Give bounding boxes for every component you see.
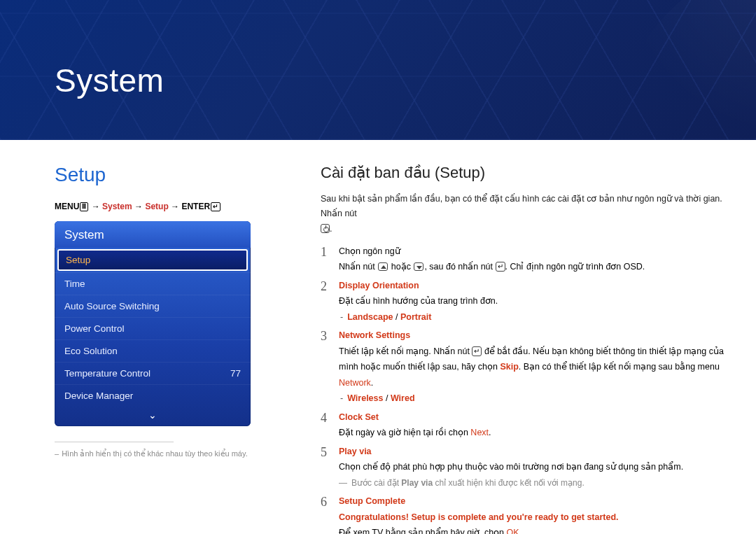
nav-arrow-2: →: [132, 202, 146, 211]
step-body: Setup Complete Congratulations! Setup is…: [339, 493, 736, 534]
step-4: 4 Clock Set Đặt ngày và giờ hiện tại rồi…: [321, 409, 736, 441]
step-1: 1 Chọn ngôn ngữ Nhấn nút hoặc , sau đó n…: [321, 244, 736, 275]
sub-heading: Cài đặt ban đầu (Setup): [321, 164, 736, 182]
step-3-tail: .: [371, 378, 373, 388]
nav-enter-label: ENTER: [181, 202, 210, 211]
osd-item-label: Auto Source Switching: [64, 301, 160, 311]
step-4-title: Clock Set: [339, 412, 379, 422]
step-number: 6: [321, 493, 339, 534]
nav-arrow-1: →: [89, 202, 102, 211]
opt-wireless: Wireless: [347, 393, 383, 403]
step-5-note-post: chỉ xuất hiện khi được kết nối với mạng.: [433, 478, 584, 488]
step-body: Clock Set Đặt ngày và giờ hiện tại rồi c…: [339, 409, 736, 441]
left-note-text: Hình ảnh hiển thị có thể khác nhau tùy t…: [62, 449, 248, 458]
step-body: Chọn ngôn ngữ Nhấn nút hoặc , sau đó nhấ…: [339, 244, 736, 275]
page: System Setup MENUⅢ → System → Setup → EN…: [0, 0, 756, 534]
enter-icon: ↵: [472, 346, 482, 356]
steps-list: 1 Chọn ngôn ngữ Nhấn nút hoặc , sau đó n…: [321, 244, 736, 534]
nav-arrow-3: →: [169, 202, 182, 211]
step-body: Display Orientation Đặt cấu hình hướng c…: [339, 278, 736, 325]
menu-glyph-icon: Ⅲ: [80, 202, 88, 211]
nav-path: MENUⅢ → System → Setup → ENTER↵: [55, 202, 293, 211]
osd-item-label: Temperature Control: [64, 368, 150, 379]
step-2: 2 Display Orientation Đặt cấu hình hướng…: [321, 278, 736, 325]
step-6-congrats: Congratulations! Setup is complete and y…: [339, 512, 619, 522]
osd-menu: System Setup Time Auto Source Switching …: [55, 221, 251, 426]
step-2-body: Đặt cấu hình hướng của trang trình đơn.: [339, 296, 498, 306]
step-5: 5 Play via Chọn chế độ phát phù hợp phụ …: [321, 444, 736, 491]
step-body: Play via Chọn chế độ phát phù hợp phụ th…: [339, 444, 736, 491]
step-6: 6 Setup Complete Congratulations! Setup …: [321, 493, 736, 534]
opt-portrait: Portrait: [400, 312, 431, 322]
osd-item-temperature-control[interactable]: Temperature Control 77: [55, 362, 251, 384]
step-2-options: -Landscape / Portrait: [339, 312, 431, 322]
section-heading: Setup: [55, 164, 293, 186]
enter-glyph-icon: ↵: [211, 202, 220, 211]
osd-item-label: Setup: [66, 255, 90, 265]
step-5-title: Play via: [339, 447, 372, 456]
osd-item-label: Power Control: [64, 323, 125, 334]
opt-wired: Wired: [391, 393, 415, 403]
left-divider: [55, 442, 174, 442]
left-note: –Hình ảnh hiển thị có thể khác nhau tùy …: [55, 448, 293, 460]
step-5-body: Chọn chế độ phát phù hợp phụ thuộc vào m…: [339, 462, 683, 472]
osd-more-icon[interactable]: ⌄: [55, 407, 251, 426]
step-body: Network Settings Thiết lập kết nối mạng.…: [339, 328, 736, 407]
osd-item-setup[interactable]: Setup: [57, 249, 248, 271]
step-1-body-post1: , sau đó nhấn nút: [424, 262, 495, 272]
step-number: 5: [321, 444, 339, 491]
dash-icon: -: [340, 312, 343, 322]
osd-item-value: 77: [230, 368, 241, 379]
step-6-ok: OK: [507, 528, 519, 534]
osd-item-label: Device Manager: [64, 391, 133, 401]
osd-item-label: Time: [64, 279, 85, 289]
body: Setup MENUⅢ → System → Setup → ENTER↵ Sy…: [0, 140, 756, 534]
step-3-skip: Skip: [500, 362, 518, 372]
left-column: Setup MENUⅢ → System → Setup → ENTER↵ Sy…: [55, 164, 293, 534]
osd-item-power-control[interactable]: Power Control: [55, 317, 251, 339]
step-5-note-pre: Bước cài đặt: [351, 478, 401, 488]
opt-landscape: Landscape: [347, 312, 393, 322]
osd-item-time[interactable]: Time: [55, 272, 251, 295]
power-icon: [321, 224, 330, 233]
step-3-options: -Wireless / Wired: [339, 393, 415, 403]
step-number: 1: [321, 244, 339, 275]
step-3-post: . Bạn có thể thiết lập kết nối mạng sau …: [519, 362, 720, 372]
step-3-pre: Thiết lập kết nối mạng. Nhấn nút: [339, 346, 472, 356]
nav-crumb-setup: Setup: [145, 202, 168, 211]
step-4-tail: .: [489, 428, 491, 437]
osd-item-device-manager[interactable]: Device Manager: [55, 384, 251, 407]
osd-item-label: Eco Solution: [64, 346, 118, 356]
step-4-pre: Đặt ngày và giờ hiện tại rồi chọn: [339, 428, 470, 437]
emdash-icon: ―: [339, 478, 347, 488]
step-number: 2: [321, 278, 339, 325]
osd-title: System: [55, 221, 251, 248]
osd-item-auto-source[interactable]: Auto Source Switching: [55, 295, 251, 317]
step-1-body-mid: hoặc: [388, 262, 413, 272]
nav-crumb-system: System: [102, 202, 132, 211]
step-5-note-bold: Play via: [401, 478, 433, 488]
intro-paragraph: Sau khi bật sản phẩm lần đầu, bạn có thể…: [321, 192, 736, 237]
step-6-title: Setup Complete: [339, 496, 405, 506]
step-3-title: Network Settings: [339, 330, 410, 340]
banner-title: System: [55, 62, 164, 99]
step-1-body-post2: . Chỉ định ngôn ngữ trình đơn OSD.: [505, 262, 645, 272]
enter-icon: ↵: [496, 262, 505, 272]
intro-text: Sau khi bật sản phẩm lần đầu, bạn có thể…: [321, 194, 722, 218]
step-1-body-pre: Nhấn nút: [339, 262, 377, 272]
right-column: Cài đặt ban đầu (Setup) Sau khi bật sản …: [293, 164, 736, 534]
step-6-tail: .: [519, 528, 522, 534]
step-3-network: Network: [339, 378, 371, 388]
step-3: 3 Network Settings Thiết lập kết nối mạn…: [321, 328, 736, 407]
step-5-note: ―Bước cài đặt Play via chỉ xuất hiện khi…: [339, 478, 584, 488]
dash-icon: -: [340, 393, 343, 403]
step-number: 3: [321, 328, 339, 407]
down-arrow-icon: [414, 262, 424, 271]
note-dash-icon: –: [55, 449, 59, 458]
step-number: 4: [321, 409, 339, 441]
up-arrow-icon: [378, 262, 388, 271]
step-6-pre: Để xem TV bằng sản phẩm bây giờ, chọn: [339, 528, 507, 534]
step-2-title: Display Orientation: [339, 281, 419, 290]
nav-menu-label: MENU: [55, 202, 79, 211]
osd-item-eco-solution[interactable]: Eco Solution: [55, 339, 251, 362]
